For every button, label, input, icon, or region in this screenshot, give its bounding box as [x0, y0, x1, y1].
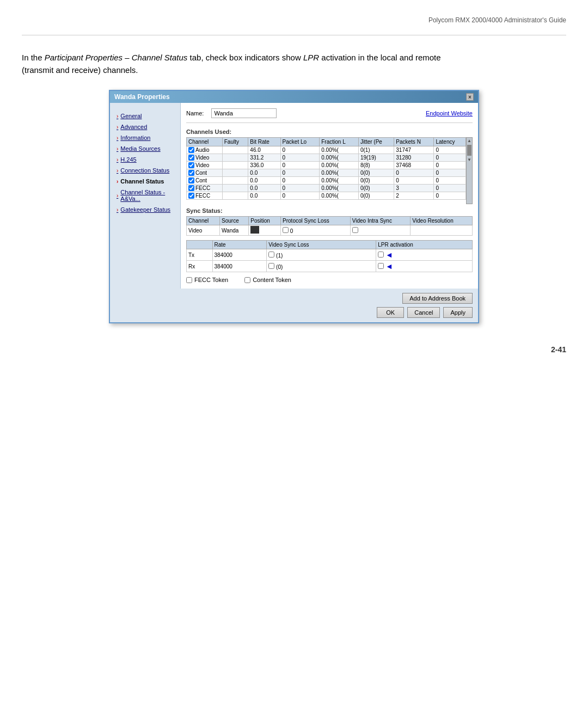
dialog-title: Wanda Properties: [114, 93, 170, 101]
faulty-checkbox[interactable]: [188, 155, 194, 161]
cell-jitter: 0(1): [358, 146, 394, 154]
sidebar-item-connection-status[interactable]: › Connection Status: [114, 166, 176, 175]
faulty-checkbox[interactable]: [188, 147, 194, 153]
cell-bitrate: 0.0: [248, 177, 280, 185]
arrow-icon: ›: [117, 193, 118, 199]
scroll-up-arrow[interactable]: ▲: [467, 138, 472, 144]
cell-packets: 0: [394, 177, 434, 185]
cell-packetlo: 0: [280, 192, 320, 200]
cancel-button[interactable]: Cancel: [407, 307, 440, 318]
faulty-checkbox[interactable]: [188, 162, 194, 168]
cell-latency: 0: [434, 177, 466, 185]
sidebar-item-channel-status[interactable]: › Channel Status: [114, 176, 176, 186]
proto-sync-checkbox[interactable]: [283, 227, 289, 233]
content-token-item: Content Token: [244, 277, 291, 283]
sync-cell-proto: 0: [281, 225, 351, 236]
cell-fraction: 0.00%(: [320, 177, 359, 185]
rx-rate: 384000: [212, 261, 267, 272]
ok-button[interactable]: OK: [377, 307, 404, 318]
page-number: 2-41: [22, 345, 566, 354]
sidebar-item-information[interactable]: › Information: [114, 133, 176, 143]
cell-packets: 31747: [394, 146, 434, 154]
fecc-token-checkbox[interactable]: [186, 277, 192, 283]
page-container: Polycom RMX 2000/4000 Administrator's Gu…: [0, 0, 588, 711]
tx-label: Tx: [187, 249, 213, 261]
faulty-checkbox[interactable]: [188, 193, 194, 199]
content-token-label: Content Token: [253, 277, 291, 283]
rx-sync-checkbox[interactable]: [268, 263, 274, 269]
dialog-close-button[interactable]: ×: [466, 93, 474, 101]
tx-arrow-indicator: ◄: [385, 250, 393, 259]
cell-packets: 3: [394, 185, 434, 192]
table-row: Video 336.0 0 0.00%( 8(8) 37468 0: [187, 162, 466, 169]
add-address-book-button[interactable]: Add to Address Book: [402, 293, 473, 304]
col-header-bitrate: Bit Rate: [248, 138, 280, 146]
cell-faulty: [222, 185, 248, 192]
tx-rx-section: Rate Video Sync Loss LPR activation Tx 3…: [186, 240, 473, 272]
faulty-checkbox[interactable]: [188, 170, 194, 176]
cell-fraction: 0.00%(: [320, 185, 359, 192]
sidebar-label: H.245: [120, 156, 136, 163]
endpoint-website-link[interactable]: Endpoint Website: [426, 110, 473, 117]
arrow-icon: ›: [117, 168, 118, 174]
tx-lpr-checkbox[interactable]: [378, 252, 384, 258]
cell-jitter: 0(0): [358, 177, 394, 185]
cell-bitrate: 0.0: [248, 192, 280, 200]
tx-row: Tx 384000 (1) ◄: [187, 249, 473, 261]
sidebar-item-h245[interactable]: › H.245: [114, 155, 176, 164]
sidebar-item-media-sources[interactable]: › Media Sources: [114, 144, 176, 154]
cell-packets: 2: [394, 192, 434, 200]
arrow-icon: ›: [117, 113, 118, 119]
sidebar-item-gatekeeper-status[interactable]: › Gatekeeper Status: [114, 205, 176, 214]
cell-jitter: 19(19): [358, 154, 394, 162]
sync-cell-video-res: [411, 225, 473, 236]
rx-label: Rx: [187, 261, 213, 272]
rx-arrow-indicator: ◄: [385, 262, 393, 271]
cell-packetlo: 0: [280, 169, 320, 177]
cell-bitrate: 0.0: [248, 185, 280, 192]
name-input[interactable]: [211, 108, 277, 118]
dialog-window: Wanda Properties × › General › Advanced …: [109, 90, 479, 323]
name-label: Name:: [186, 110, 204, 117]
faulty-checkbox[interactable]: [188, 177, 194, 183]
sidebar-label: Channel Status: [120, 178, 164, 185]
cell-fraction: 0.00%(: [320, 192, 359, 200]
intro-part1: In the: [22, 53, 45, 62]
fecc-token-item: FECC Token: [186, 277, 228, 283]
scroll-down-arrow[interactable]: ▼: [467, 157, 472, 163]
rx-row: Rx 384000 (0) ◄: [187, 261, 473, 272]
faulty-checkbox[interactable]: [188, 185, 194, 191]
cell-packetlo: 0: [280, 177, 320, 185]
sidebar-label: Connection Status: [120, 167, 169, 174]
intro-italic1: Participant Properties – Channel Status: [45, 53, 188, 62]
tx-lpr: ◄: [376, 249, 473, 261]
sidebar-item-channel-status-ava[interactable]: › Channel Status - A&Va...: [114, 187, 176, 204]
fecc-row: FECC Token Content Token: [186, 277, 473, 283]
footer-top: Add to Address Book: [115, 293, 473, 304]
tx-sync-checkbox[interactable]: [268, 252, 274, 258]
arrow-icon: ›: [117, 135, 118, 141]
rx-lpr-checkbox[interactable]: [378, 263, 384, 269]
cell-latency: 0: [434, 169, 466, 177]
col-header-faulty: Faulty: [222, 138, 248, 146]
video-intra-checkbox[interactable]: [352, 227, 358, 233]
cell-faulty: [222, 169, 248, 177]
cell-packetlo: 0: [280, 162, 320, 169]
sync-cell-video-intra: [350, 225, 411, 236]
channels-scrollbar[interactable]: ▲ ▼: [466, 137, 473, 204]
cell-packets: 31280: [394, 154, 434, 162]
apply-button[interactable]: Apply: [443, 307, 473, 318]
sidebar-item-general[interactable]: › General: [114, 111, 176, 121]
scroll-thumb[interactable]: [467, 145, 471, 156]
sidebar-label: Advanced: [120, 124, 147, 130]
col-header-latency: Latency: [434, 138, 466, 146]
cell-jitter: 0(0): [358, 192, 394, 200]
cell-fraction: 0.00%(: [320, 146, 359, 154]
sidebar-item-advanced[interactable]: › Advanced: [114, 122, 176, 132]
content-token-checkbox[interactable]: [244, 277, 250, 283]
table-row: Cont 0.0 0 0.00%( 0(0) 0 0: [187, 177, 466, 185]
table-row: Video 331.2 0 0.00%( 19(19) 31280 0: [187, 154, 466, 162]
cell-fraction: 0.00%(: [320, 169, 359, 177]
cell-faulty: [222, 162, 248, 169]
dialog-content: Name: Endpoint Website Channels Used: Ch…: [181, 103, 478, 289]
